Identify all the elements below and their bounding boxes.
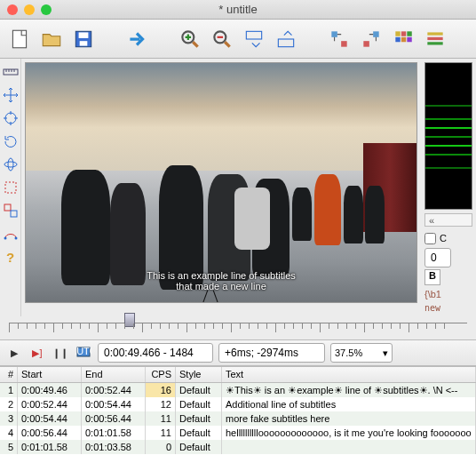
svg-rect-0 (12, 30, 26, 48)
shift-end-button[interactable] (272, 25, 300, 53)
help-icon[interactable]: ? (3, 249, 19, 265)
svg-rect-6 (246, 31, 261, 39)
svg-rect-16 (401, 36, 406, 41)
tripod (199, 290, 226, 303)
move-icon[interactable] (3, 87, 19, 103)
video-timeline[interactable] (0, 316, 476, 339)
comment-label: C (440, 233, 447, 243)
timecode-field[interactable]: 0:00:49.466 - 1484 (98, 343, 213, 363)
svg-point-29 (14, 237, 17, 240)
right-column: « C 0 B {\b1 new (421, 59, 476, 316)
col-cps[interactable]: CPS (146, 367, 176, 382)
svg-rect-27 (11, 211, 17, 217)
table-row[interactable]: 50:01:01.580:01:03.580Default (0, 440, 476, 454)
audio-scrollbar[interactable]: « (424, 213, 472, 227)
col-text[interactable]: Text (222, 367, 476, 382)
svg-rect-9 (341, 41, 347, 46)
svg-rect-19 (427, 36, 442, 39)
zoom-in-button[interactable] (176, 25, 204, 53)
grid-header: # Start End CPS Style Text (0, 367, 476, 383)
subtitle-line: This is an example line of subtitles (147, 270, 296, 281)
close-icon[interactable] (7, 4, 18, 15)
audio-waveform[interactable] (424, 62, 472, 210)
window-title: * untitle (0, 3, 476, 16)
comment-checkbox[interactable] (424, 233, 436, 244)
svg-rect-17 (407, 36, 411, 41)
playback-controls: ▶ ▶] ❙❙ AUTO 0:00:49.466 - 1484 +6ms; -2… (0, 339, 476, 366)
snap-end-button[interactable] (357, 25, 385, 53)
maximize-icon[interactable] (41, 4, 52, 15)
pause-button[interactable]: ❙❙ (52, 344, 69, 362)
col-end[interactable]: End (82, 367, 146, 382)
rotate-xy-icon[interactable] (3, 156, 19, 172)
grid-colors-button[interactable] (389, 25, 417, 53)
video-area: This is an example line of subtitles tha… (21, 59, 421, 316)
svg-rect-15 (395, 36, 400, 41)
window-controls (7, 4, 52, 15)
jump-button[interactable] (123, 25, 151, 53)
svg-rect-13 (401, 31, 406, 36)
col-start[interactable]: Start (18, 367, 82, 382)
svg-rect-20 (427, 42, 442, 44)
svg-rect-7 (278, 39, 293, 47)
vector-clip-icon[interactable] (3, 226, 19, 242)
ruler-icon[interactable] (3, 64, 19, 80)
bold-button[interactable]: B (424, 269, 440, 285)
zoom-select[interactable]: 37.5%▾ (330, 343, 393, 363)
svg-point-28 (4, 237, 6, 240)
svg-text:AUTO: AUTO (75, 346, 91, 356)
col-style[interactable]: Style (176, 367, 222, 382)
svg-rect-11 (363, 41, 369, 46)
svg-rect-14 (407, 31, 411, 36)
scale-icon[interactable] (3, 203, 19, 219)
rect-select-icon[interactable] (3, 180, 19, 196)
svg-rect-10 (373, 31, 379, 37)
rotate-z-icon[interactable] (3, 133, 19, 149)
raw-tag-line2: new (424, 303, 472, 313)
zoom-out-button[interactable] (208, 25, 236, 53)
subtitle-grid: # Start End CPS Style Text 10:00:49.460:… (0, 366, 476, 455)
table-row[interactable]: 30:00:54.440:00:56.4411Defaultmore fake … (0, 411, 476, 426)
subtitle-line: that made a new line (147, 281, 296, 291)
svg-rect-21 (4, 69, 18, 75)
grid-extra-button[interactable] (421, 25, 449, 53)
subtitle-overlay: This is an example line of subtitles tha… (147, 270, 296, 291)
snap-start-button[interactable] (325, 25, 353, 53)
open-file-button[interactable] (37, 25, 66, 53)
svg-rect-18 (427, 32, 442, 35)
svg-rect-26 (4, 204, 11, 211)
play-line-button[interactable]: ▶] (28, 344, 46, 362)
layer-field[interactable]: 0 (424, 248, 451, 267)
play-button[interactable]: ▶ (5, 344, 23, 362)
svg-rect-25 (5, 182, 16, 193)
svg-rect-12 (395, 31, 400, 36)
col-num[interactable]: # (0, 367, 18, 382)
main-toolbar (0, 20, 476, 59)
svg-point-24 (8, 158, 13, 171)
table-row[interactable]: 40:00:56.440:01:01.5811Defaulthellllllll… (0, 426, 476, 440)
video-preview[interactable]: This is an example line of subtitles tha… (25, 62, 417, 303)
save-file-button[interactable] (69, 25, 98, 53)
svg-point-23 (4, 162, 17, 167)
minimize-icon[interactable] (24, 4, 35, 15)
video-tool-column: ? (0, 59, 21, 316)
autoplay-toggle[interactable]: AUTO (75, 344, 92, 362)
workspace: ? This is an example line of subtitles t… (0, 59, 476, 316)
svg-rect-8 (331, 31, 337, 37)
svg-rect-3 (80, 41, 88, 45)
svg-rect-2 (79, 32, 89, 38)
titlebar: * untitle (0, 0, 476, 20)
raw-tag-line: {\b1 (424, 289, 472, 299)
new-file-button[interactable] (5, 25, 34, 53)
shift-start-button[interactable] (240, 25, 268, 53)
table-row[interactable]: 20:00:52.440:00:54.4412DefaultAdditional… (0, 397, 476, 411)
table-row[interactable]: 10:00:49.460:00:52.4416Default☀This☀ is … (0, 383, 476, 397)
crosshair-icon[interactable] (3, 110, 19, 126)
offset-field[interactable]: +6ms; -2974ms (218, 343, 325, 363)
